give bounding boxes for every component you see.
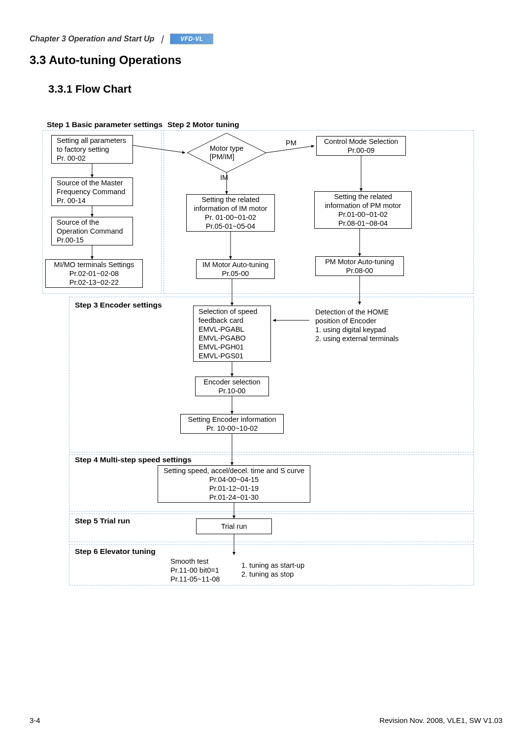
box-trial: Trial run [196,518,272,534]
page-number: 3-4 [30,716,40,724]
revision-label: Revision Nov. 2008, VLE1, SW V1.03 [379,716,502,724]
step2-label: Step 2 Motor tuning [167,120,239,129]
box-pminfo: Setting the relatedinformation of PM mot… [314,191,412,229]
brand-logo: VFD-VL [170,34,213,44]
box-opcmd: Source of theOperation CommandPr.00-15 [51,217,133,245]
step1-label: Step 1 Basic parameter settings [47,120,163,129]
box-encsel: Encoder selectionPr.10-00 [195,377,269,396]
flow-chart: Step 1 Basic parameter settings Step 2 M… [39,113,493,611]
label-im: IM [220,173,228,181]
label-pm: PM [286,139,297,147]
box-mimo: MI/MO terminals SettingsPr.02-01~02-08Pr… [45,259,143,288]
box-ctrlmode: Control Mode SelectionPr.00-09 [316,136,406,156]
box-smooth-left: Smooth testPr.11-00 bit0=1Pr.11-05~11-08 [166,556,234,584]
box-feedback: Selection of speedfeedback cardEMVL-PGAB… [193,306,271,362]
chapter-label: Chapter 3 Operation and Start Up [30,34,154,43]
box-imauto: IM Motor Auto-tuningPr.05-00 [196,259,275,279]
separator: ｜ [158,34,166,44]
box-pmauto: PM Motor Auto-tuningPr.08-00 [315,256,404,276]
box-factory: Setting all parametersto factory setting… [51,135,133,164]
box-iminfo: Setting the relatedinformation of IM mot… [186,194,275,232]
box-smooth-right: 1. tuning as start-up2. tuning as stop [236,560,320,580]
subsection-heading: 3.3.1 Flow Chart [48,83,132,96]
decision-motortype-label: Motor type[PM/IM] [187,133,266,172]
decision-motortype: Motor type[PM/IM] [187,133,266,172]
section-heading: 3.3 Auto-tuning Operations [30,53,181,67]
box-encinfo: Setting Encoder informationPr. 10-00~10-… [180,414,284,434]
page-header: Chapter 3 Operation and Start Up ｜ VFD-V… [30,34,213,44]
box-speed: Setting speed, accel/decel. time and S c… [158,465,310,503]
box-home: Detection of the HOMEposition of Encoder… [310,306,424,345]
box-masterfreq: Source of the MasterFrequency CommandPr.… [51,177,133,206]
